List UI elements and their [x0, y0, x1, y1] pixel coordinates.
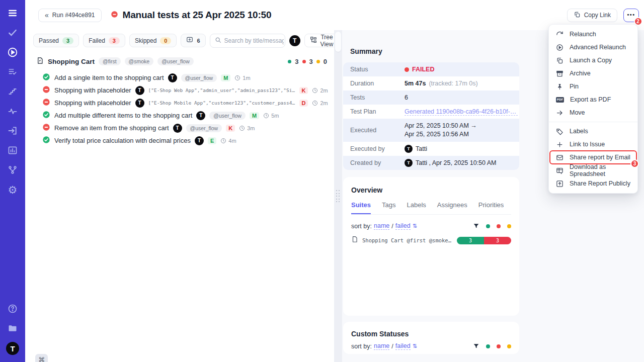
sidebar: ⚙ T — [0, 0, 25, 362]
spreadsheet-icon — [556, 167, 564, 174]
back-to-run-button[interactable]: « Run #494ce891 — [38, 9, 102, 22]
passed-filter-button[interactable]: Passed 3 — [33, 34, 79, 47]
menu-item-launch-a-copy[interactable]: Launch a Copy — [549, 54, 637, 67]
menu-item-download-as-spreadsheet[interactable]: Download as Spreadsheet — [549, 164, 637, 177]
sort-by-failed-link[interactable]: failed — [395, 222, 411, 230]
search-input[interactable] — [224, 37, 284, 44]
pass-fail-bar[interactable]: 3 3 — [457, 237, 511, 244]
status-letter-badge: K — [226, 125, 235, 132]
test-row[interactable]: Verify total price calculation with deci… — [42, 134, 334, 147]
suite-file-icon — [36, 57, 44, 66]
test-duration: 4m — [228, 138, 236, 144]
assignee-avatar: T — [173, 124, 182, 133]
test-row[interactable]: Add a single item to the shopping cart T… — [42, 71, 334, 84]
status-letter-badge: M — [221, 74, 230, 81]
status-letter-badge: E — [208, 137, 216, 144]
tab-tags[interactable]: Tags — [382, 201, 395, 214]
failed-dot-icon — [302, 60, 306, 63]
tab-priorities[interactable]: Priorities — [478, 201, 504, 214]
suite-tag[interactable]: @smoke — [125, 57, 154, 65]
custom-statuses-title: Custom Statuses — [351, 330, 511, 338]
skipped-legend-dot[interactable] — [507, 344, 511, 348]
failed-legend-dot[interactable] — [497, 344, 501, 348]
overview-suite-row[interactable]: Shopping Cart @first @smoke … 3 3 — [351, 236, 511, 245]
milestones-steps-icon[interactable] — [7, 85, 19, 98]
sort-by-name-link[interactable]: name — [374, 222, 389, 230]
comments-filter-button[interactable]: 6 — [181, 34, 205, 47]
scrollbar-thumb[interactable] — [335, 32, 341, 52]
assignee-avatar[interactable]: T — [289, 35, 300, 46]
test-plans-list-check-icon[interactable] — [7, 66, 19, 78]
suite-tag[interactable]: @user_flow — [157, 57, 194, 65]
menu-item-pin[interactable]: Pin — [549, 80, 637, 93]
test-duration: 2m — [320, 87, 328, 94]
test-tag[interactable]: @user_flow — [181, 74, 217, 82]
test-example-data: ["E-Shop Web App","admin_user","admin_pa… — [148, 87, 295, 93]
suite-tag[interactable]: @first — [99, 57, 121, 65]
test-row[interactable]: Add multiple different items to the shop… — [42, 109, 334, 122]
test-tag[interactable]: @user_flow — [186, 124, 222, 132]
runs-play-circle-icon[interactable] — [7, 46, 19, 58]
resize-grip-icon[interactable] — [336, 190, 340, 203]
sort-by-failed-link[interactable]: failed — [395, 342, 411, 350]
menu-item-share-report-publicly[interactable]: Share Report Publicly — [549, 177, 637, 190]
test-example-data: ["E-Shop Mobile App","customer123","cust… — [148, 100, 295, 106]
test-row[interactable]: Shopping with placeholder T ["E-Shop Web… — [42, 84, 334, 97]
menu-item-share-report-by-email[interactable]: Share report by Email 3 — [550, 151, 636, 164]
projects-folder-icon[interactable] — [7, 322, 19, 334]
passed-legend-dot[interactable] — [486, 224, 490, 228]
skipped-legend-dot[interactable] — [507, 224, 511, 228]
arrow-right-icon — [556, 109, 564, 117]
analytics-bar-chart-icon[interactable] — [7, 144, 19, 156]
menu-item-labels[interactable]: Labels — [549, 125, 637, 138]
menu-item-link-to-issue[interactable]: Link to Issue — [549, 138, 637, 151]
status-letter-badge: K — [299, 87, 308, 94]
skipped-filter-button[interactable]: Skipped 0 — [129, 34, 177, 47]
panel-resize-gutter[interactable] — [334, 30, 342, 362]
menu-item-archive[interactable]: Archive — [549, 67, 637, 80]
search-icon — [215, 36, 221, 45]
menu-item-advanced-relaunch[interactable]: Advanced Relaunch — [549, 41, 637, 54]
copy-link-button[interactable]: Copy Link — [567, 9, 617, 22]
failed-legend-dot[interactable] — [497, 224, 501, 228]
passed-legend-dot[interactable] — [486, 344, 490, 348]
menu-item-move[interactable]: Move — [549, 106, 637, 119]
assignee-avatar: T — [135, 86, 144, 95]
tests-check-icon[interactable] — [7, 27, 19, 39]
help-icon[interactable] — [7, 303, 19, 315]
filter-funnel-icon[interactable] — [473, 223, 479, 229]
command-shortcut-button[interactable]: ⌘ — [35, 354, 48, 362]
suite-header[interactable]: Shopping Cart @first @smoke @user_flow 3… — [25, 55, 334, 67]
sort-direction-icon[interactable]: ⇅ — [413, 343, 417, 349]
branch-icon[interactable] — [7, 164, 19, 176]
tab-suites[interactable]: Suites — [351, 201, 371, 214]
test-row[interactable]: Remove an item from the shopping cart T … — [42, 122, 334, 134]
passed-check-icon — [42, 111, 50, 121]
failed-filter-button[interactable]: Failed 3 — [83, 34, 125, 47]
sort-direction-icon[interactable]: ⇅ — [413, 223, 417, 229]
filter-funnel-icon[interactable] — [473, 343, 479, 349]
test-plan-link[interactable]: Generated 1190e08b-ca96-4f26-b10f-d6dc… — [405, 108, 518, 116]
chevrons-left-icon: « — [45, 11, 49, 19]
tab-assignees[interactable]: Assignees — [437, 201, 467, 214]
menu-item-export-as-pdf[interactable]: PDF Export as PDF — [549, 93, 637, 106]
hamburger-menu-icon[interactable] — [7, 7, 19, 19]
failed-minus-icon — [42, 123, 50, 133]
menu-item-relaunch[interactable]: Relaunch — [549, 28, 637, 41]
gear-icon[interactable]: ⚙ — [7, 184, 19, 196]
relaunch-icon — [556, 31, 564, 38]
created-by-value: Tatti , Apr 25, 2025 10:50 AM — [416, 159, 497, 166]
tab-labels[interactable]: Labels — [407, 201, 426, 214]
failed-status-icon — [111, 11, 118, 20]
sort-by-name-link[interactable]: name — [374, 342, 389, 350]
bar-passed-segment: 3 — [457, 237, 484, 244]
app-logo[interactable]: T — [6, 342, 19, 355]
more-actions-button[interactable]: ••• 2 — [623, 9, 639, 22]
failed-dot-icon — [405, 67, 409, 72]
import-icon[interactable] — [7, 125, 19, 137]
test-tag[interactable]: @user_flow — [209, 112, 246, 120]
test-row[interactable]: Shopping with placeholder T ["E-Shop Mob… — [42, 97, 334, 109]
failed-minus-icon — [42, 98, 50, 108]
skipped-dot-icon — [316, 60, 320, 63]
pulse-activity-icon[interactable] — [7, 105, 19, 117]
